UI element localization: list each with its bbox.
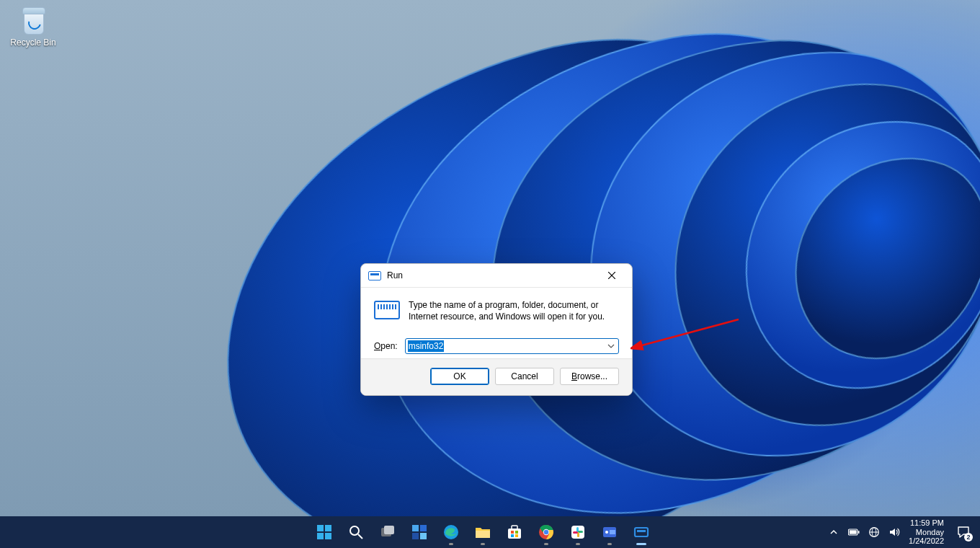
app-icon [601, 523, 618, 541]
microsoft-store-icon [506, 523, 523, 541]
taskbar-app-explorer[interactable] [468, 518, 497, 547]
clock-day: Monday [909, 528, 944, 537]
close-icon [608, 272, 615, 279]
run-dialog-title: Run [387, 270, 403, 280]
svg-rect-10 [384, 526, 394, 534]
edge-icon [442, 523, 460, 541]
svg-line-8 [358, 534, 362, 539]
svg-rect-37 [858, 531, 860, 534]
taskbar-clock[interactable]: 11:59 PM Monday 1/24/2022 [909, 518, 944, 546]
task-view-icon [379, 523, 396, 541]
svg-rect-4 [325, 525, 331, 531]
desktop-icon-label: Recycle Bin [4, 37, 62, 48]
svg-rect-16 [476, 531, 490, 538]
windows-logo-icon [316, 523, 333, 541]
file-explorer-icon [474, 523, 491, 541]
svg-marker-42 [890, 529, 895, 536]
globe-icon [868, 526, 880, 538]
run-dialog-description: Type the name of a program, folder, docu… [409, 299, 619, 322]
svg-rect-22 [515, 534, 518, 537]
svg-rect-21 [511, 534, 514, 537]
svg-rect-30 [573, 531, 578, 534]
cancel-button[interactable]: Cancel [495, 368, 554, 385]
svg-rect-3 [317, 525, 324, 531]
widgets-icon [411, 523, 428, 541]
ok-button[interactable]: OK [430, 368, 489, 385]
svg-rect-19 [511, 531, 514, 534]
volume-indicator[interactable] [888, 526, 900, 538]
open-combobox[interactable]: msinfo32 [405, 338, 619, 354]
task-view-button[interactable] [373, 518, 402, 547]
chrome-icon [538, 523, 555, 541]
run-dialog-icon [374, 301, 400, 319]
slack-icon [569, 523, 587, 541]
tray-overflow-button[interactable] [828, 526, 839, 538]
svg-rect-5 [317, 533, 324, 539]
run-app-icon [633, 523, 650, 541]
open-input[interactable] [405, 338, 619, 354]
svg-rect-18 [512, 526, 517, 529]
search-icon [347, 523, 365, 541]
svg-rect-20 [515, 531, 518, 534]
taskbar-app-run[interactable] [627, 518, 656, 547]
network-indicator[interactable] [868, 526, 880, 538]
desktop-icon-recycle-bin[interactable]: Recycle Bin [4, 4, 62, 48]
widgets-button[interactable] [405, 518, 434, 547]
speaker-icon [888, 526, 900, 538]
taskbar-app-store[interactable] [500, 518, 529, 547]
svg-rect-17 [508, 529, 521, 539]
svg-rect-13 [412, 533, 419, 539]
clock-time: 11:59 PM [909, 518, 944, 528]
taskbar-app-slack[interactable] [564, 518, 592, 547]
chevron-up-icon [829, 528, 838, 536]
taskbar-app-edge[interactable] [437, 518, 466, 547]
svg-point-7 [350, 526, 359, 535]
taskbar-center [310, 518, 656, 547]
taskbar-app-chrome[interactable] [532, 518, 561, 547]
battery-indicator[interactable] [848, 526, 860, 538]
battery-icon [848, 528, 860, 536]
system-tray: 11:59 PM Monday 1/24/2022 2 [828, 518, 980, 546]
taskbar-app-generic1[interactable] [595, 518, 624, 547]
svg-rect-38 [850, 530, 857, 534]
svg-marker-33 [610, 530, 615, 534]
svg-point-32 [605, 531, 608, 534]
svg-rect-35 [637, 530, 646, 532]
svg-point-25 [544, 530, 549, 535]
recycle-bin-icon [18, 4, 48, 35]
browse-button[interactable]: Browse... [560, 368, 619, 385]
notification-badge: 2 [964, 533, 973, 542]
svg-rect-11 [412, 525, 419, 531]
notification-center-button[interactable]: 2 [953, 521, 974, 543]
run-titlebar[interactable]: Run [361, 264, 632, 288]
svg-rect-12 [420, 525, 427, 531]
clock-date: 1/24/2022 [909, 536, 944, 546]
search-button[interactable] [342, 518, 370, 547]
open-label: Open: [374, 341, 398, 351]
desktop-wallpaper [0, 0, 980, 519]
run-dialog: Run Type the name of a program, folder, … [360, 263, 633, 396]
close-button[interactable] [596, 265, 628, 286]
svg-rect-6 [325, 533, 331, 539]
taskbar: 11:59 PM Monday 1/24/2022 2 [0, 516, 980, 548]
run-dialog-title-icon [368, 271, 381, 280]
svg-rect-14 [420, 533, 427, 539]
start-button[interactable] [310, 518, 339, 547]
